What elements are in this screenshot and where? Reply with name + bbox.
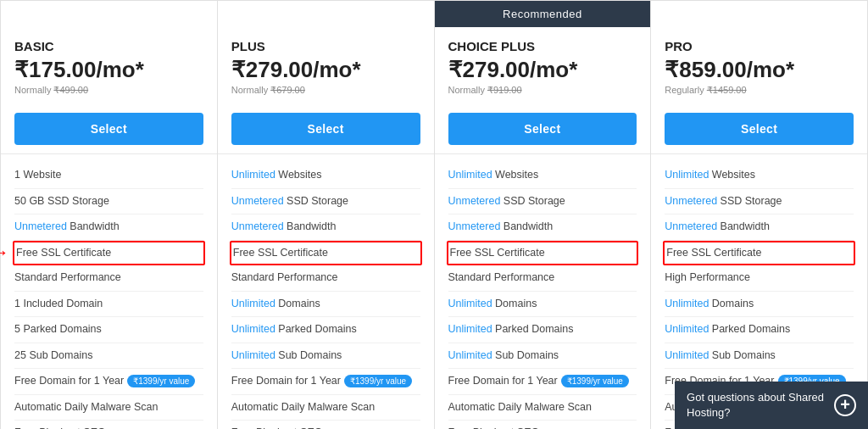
chat-plus-icon[interactable]: + <box>834 394 856 416</box>
feature-highlight: Unlimited <box>448 323 492 335</box>
plan-col-choice-plus: RecommendedCHOICE PLUS₹279.00/mo*Normall… <box>434 0 651 429</box>
feature-highlight: Unlimited <box>665 323 709 335</box>
plan-name: CHOICE PLUS <box>448 39 637 53</box>
feature-item: High Performance <box>665 265 854 292</box>
feature-item: Automatic Daily Malware Scan <box>231 395 420 421</box>
plan-header: PRO₹859.00/mo*Regularly ₹1459.00 <box>651 27 867 113</box>
feature-highlight: Unlimited <box>448 349 492 361</box>
chat-line1: Got questions about Shared <box>687 390 824 405</box>
feature-item: Unmetered SSD Storage <box>665 189 854 215</box>
feature-item: Unlimited Websites <box>231 163 420 189</box>
features-list: Unlimited WebsitesUnmetered SSD StorageU… <box>218 154 434 429</box>
feature-item: Standard Performance <box>448 265 637 292</box>
feature-item: Unmetered Bandwidth <box>665 214 854 241</box>
ssl-feature-row: Free SSL Certificate <box>447 241 639 266</box>
feature-item: Unmetered Bandwidth <box>14 214 203 241</box>
plan-normal-price: Regularly ₹1459.00 <box>665 85 854 96</box>
features-list: Unlimited WebsitesUnmetered SSD StorageU… <box>435 154 651 429</box>
feature-item: Free Bluehost SEO Tools₹4299/yr value <box>231 421 420 429</box>
select-button-choice-plus[interactable]: Select <box>448 113 637 145</box>
plan-name: PLUS <box>231 39 420 53</box>
feature-item: Standard Performance <box>14 265 203 292</box>
feature-highlight: Unmetered <box>14 220 67 232</box>
feature-item: Unlimited Parked Domains <box>448 317 637 343</box>
feature-highlight: Unlimited <box>665 169 709 181</box>
plan-price: ₹859.00/mo* <box>665 57 854 83</box>
feature-badge: ₹1399/yr value <box>127 375 195 387</box>
feature-item: 5 Parked Domains <box>14 317 203 343</box>
feature-item: Unlimited Domains <box>448 292 637 318</box>
plan-normal-price: Normally ₹919.00 <box>448 85 637 96</box>
feature-highlight: Unmetered <box>231 195 284 207</box>
plan-header: CHOICE PLUS₹279.00/mo*Normally ₹919.00 <box>435 27 651 113</box>
feature-item: Unlimited Parked Domains <box>665 317 854 343</box>
plan-col-basic: BASIC₹175.00/mo*Normally ₹499.00Select1 … <box>0 0 217 429</box>
feature-item: Unlimited Websites <box>448 163 637 189</box>
plan-name: PRO <box>665 39 854 53</box>
ssl-arrow-icon: → <box>0 240 9 266</box>
feature-item: Free Domain for 1 Year₹1399/yr value <box>448 369 637 395</box>
feature-highlight: Unmetered <box>665 220 717 232</box>
select-button-basic[interactable]: Select <box>14 113 203 145</box>
plan-header: BASIC₹175.00/mo*Normally ₹499.00 <box>1 27 217 113</box>
feature-highlight: Unmetered <box>231 220 284 232</box>
feature-item: Unlimited Parked Domains <box>231 317 420 343</box>
feature-item: Unmetered Bandwidth <box>231 214 420 241</box>
feature-item: Automatic Daily Malware Scan <box>14 395 203 421</box>
feature-item: Unlimited Sub Domains <box>448 343 637 370</box>
feature-badge: ₹1399/yr value <box>344 375 412 387</box>
plan-header: PLUS₹279.00/mo*Normally ₹679.00 <box>218 27 434 113</box>
feature-item: Unmetered Bandwidth <box>448 214 637 241</box>
feature-highlight: Unmetered <box>665 195 717 207</box>
feature-highlight: Unlimited <box>448 169 492 181</box>
feature-item: 50 GB SSD Storage <box>14 189 203 215</box>
feature-highlight: Unlimited <box>665 298 709 309</box>
feature-highlight: Unmetered <box>448 195 501 207</box>
feature-highlight: Unlimited <box>231 323 275 335</box>
feature-item: Free Domain for 1 Year₹1399/yr value <box>14 369 203 395</box>
feature-highlight: Unlimited <box>448 298 492 309</box>
feature-item: Free Domain for 1 Year₹1399/yr value <box>231 369 420 395</box>
ssl-feature-row: Free SSL Certificate <box>663 241 855 266</box>
feature-item: 25 Sub Domains <box>14 343 203 370</box>
feature-highlight: Unlimited <box>231 298 275 309</box>
feature-highlight: Unlimited <box>231 169 275 181</box>
plan-normal-price: Normally ₹679.00 <box>231 85 420 96</box>
plan-price: ₹279.00/mo* <box>448 57 637 83</box>
select-button-plus[interactable]: Select <box>231 113 420 145</box>
pricing-table: BASIC₹175.00/mo*Normally ₹499.00Select1 … <box>0 0 868 429</box>
select-button-pro[interactable]: Select <box>665 113 854 145</box>
plan-normal-price: Normally ₹499.00 <box>14 85 203 96</box>
feature-highlight: Unlimited <box>665 349 709 361</box>
feature-item: Unlimited Sub Domains <box>665 343 854 370</box>
feature-highlight: Unmetered <box>448 220 501 232</box>
feature-highlight: Unlimited <box>231 349 275 361</box>
feature-item: Unlimited Sub Domains <box>231 343 420 370</box>
feature-item: 1 Website <box>14 163 203 189</box>
recommended-badge: Recommended <box>435 1 651 27</box>
plan-name: BASIC <box>14 39 203 53</box>
plan-col-plus: PLUS₹279.00/mo*Normally ₹679.00SelectUnl… <box>217 0 434 429</box>
feature-item: Unmetered SSD Storage <box>231 189 420 215</box>
chat-text: Got questions about Shared Hosting? <box>687 390 824 421</box>
feature-item: Automatic Daily Malware Scan <box>448 395 637 421</box>
feature-item: Free Bluehost SEO Tools₹4299/yr value <box>14 421 203 429</box>
feature-badge: ₹1399/yr value <box>561 375 629 387</box>
feature-item: Unlimited Websites <box>665 163 854 189</box>
features-list: 1 Website50 GB SSD StorageUnmetered Band… <box>1 154 217 429</box>
feature-item: Standard Performance <box>231 265 420 292</box>
chat-line2: Hosting? <box>687 405 824 421</box>
feature-item: Free Bluehost SEO Tools₹4299/yr value <box>448 421 637 429</box>
feature-item: Unlimited Domains <box>665 292 854 318</box>
plan-col-pro: PRO₹859.00/mo*Regularly ₹1459.00SelectUn… <box>650 0 868 429</box>
feature-item: 1 Included Domain <box>14 292 203 318</box>
ssl-feature-row: Free SSL Certificate <box>230 241 422 266</box>
ssl-feature-row: →Free SSL Certificate <box>13 241 205 266</box>
plan-price: ₹279.00/mo* <box>231 57 420 83</box>
feature-item: Unmetered SSD Storage <box>448 189 637 215</box>
plan-price: ₹175.00/mo* <box>14 57 203 83</box>
feature-item: Unlimited Domains <box>231 292 420 318</box>
chat-widget[interactable]: Got questions about Shared Hosting? + <box>675 382 868 429</box>
